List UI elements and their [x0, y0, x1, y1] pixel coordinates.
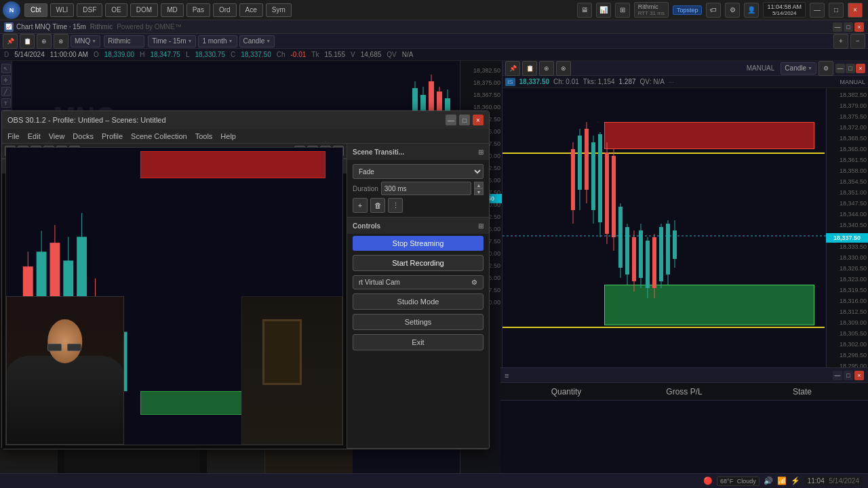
- lower-wm-close[interactable]: ×: [854, 371, 864, 380]
- sys-tray-icon-4[interactable]: ⚡: [791, 476, 800, 485]
- right-price-7: 18,358.00: [840, 168, 867, 174]
- transition-more[interactable]: ⋮: [388, 198, 403, 213]
- obs-right-panels: Scene Transiti... ⊞ Fade Duration ▲ ▼: [347, 144, 489, 449]
- lower-headers: Quantity Gross P/L State: [500, 383, 868, 401]
- taskbar-icon-settings[interactable]: ⚙: [725, 3, 740, 18]
- chart-info-low: 18,330.75: [195, 51, 225, 58]
- obs-wm-minimize[interactable]: —: [446, 115, 456, 125]
- obs-menu-docks[interactable]: Docks: [73, 132, 94, 140]
- scene-transitions-header: Scene Transiti... ⊞: [347, 144, 489, 160]
- right-price-16: 18,326.50: [840, 266, 867, 272]
- app-logo[interactable]: N: [3, 1, 20, 19]
- obs-titlebar[interactable]: OBS 30.1.2 - Profile: Untitled – Scenes:…: [2, 111, 489, 129]
- obs-menu-tools[interactable]: Tools: [195, 132, 213, 140]
- chart-wm-close[interactable]: ×: [854, 22, 864, 32]
- right-price-5: 18,365.00: [840, 146, 867, 152]
- taskbar-btn-pas[interactable]: Pas: [186, 3, 210, 17]
- chart-wm-minimize[interactable]: —: [833, 22, 842, 32]
- tool-cursor[interactable]: ↖: [1, 64, 11, 73]
- tool-crosshair[interactable]: ✛: [1, 75, 11, 85]
- right-price-22: 18,305.50: [840, 331, 867, 337]
- taskbar-icon-close[interactable]: ×: [848, 3, 863, 18]
- taskbar-btn-wli[interactable]: WLI: [50, 3, 75, 17]
- chart-info-date: 5/14/2024: [14, 51, 45, 58]
- taskbar-btn-ord[interactable]: Ord: [213, 3, 237, 17]
- chart-tb-icon4[interactable]: ⊗: [54, 34, 68, 49]
- right-wm-close[interactable]: ×: [856, 64, 865, 73]
- start-recording-btn[interactable]: Start Recording: [353, 255, 484, 271]
- scene-transitions-dock-icon[interactable]: ⊞: [478, 148, 484, 156]
- chart-zoom-out[interactable]: −: [850, 34, 865, 49]
- lower-wm-min[interactable]: —: [833, 371, 842, 380]
- right-infobar: IS 18,337.50 Ch: 0.01 Tks: 1,154 1.287 Q…: [502, 76, 868, 88]
- taskbar-icon-grid[interactable]: ⊞: [615, 3, 630, 18]
- taskbar-icon-tag[interactable]: 🏷: [706, 3, 721, 18]
- taskbar-btn-md[interactable]: MD: [161, 3, 184, 17]
- taskbar-btn-oe[interactable]: OE: [105, 3, 127, 17]
- chart-info-ticks: 15.155: [324, 51, 345, 58]
- obs-menu-profile[interactable]: Profile: [102, 132, 123, 140]
- obs-menu-file[interactable]: File: [7, 132, 20, 140]
- chart-tb-icon1[interactable]: 📌: [3, 34, 18, 49]
- transition-delete[interactable]: 🗑: [370, 198, 385, 213]
- taskbar-btn-sym[interactable]: Sym: [266, 3, 292, 17]
- duration-up[interactable]: ▲: [474, 182, 484, 188]
- sys-tray-icon-2[interactable]: 🔊: [764, 476, 773, 485]
- obs-menu-help[interactable]: Help: [220, 132, 236, 140]
- chart-tb-icon3[interactable]: ⊕: [37, 34, 52, 49]
- taskbar-icon-monitor[interactable]: 🖥: [577, 3, 592, 18]
- duration-down[interactable]: ▼: [474, 188, 484, 195]
- instrument-selector[interactable]: MNQ: [71, 35, 100, 47]
- obs-wm-maximize[interactable]: □: [459, 115, 470, 125]
- tool-text[interactable]: T: [1, 98, 11, 108]
- right-tb-icon1[interactable]: 📌: [505, 61, 520, 76]
- chart-wm-maximize[interactable]: □: [844, 22, 853, 32]
- chart-tb-icon2[interactable]: 📋: [20, 34, 35, 49]
- controls-dock-icon[interactable]: ⊞: [478, 222, 484, 230]
- period-selector[interactable]: 1 month: [198, 35, 237, 47]
- taskbar-icon-person[interactable]: 👤: [744, 3, 759, 18]
- taskbar-icon-maximize[interactable]: □: [829, 3, 844, 18]
- timeframe-selector[interactable]: Time - 15m: [148, 35, 196, 47]
- right-wm-max[interactable]: □: [846, 64, 855, 73]
- taskbar-btn-ace[interactable]: Ace: [239, 3, 263, 17]
- right-tb-icon4[interactable]: ⊗: [556, 61, 571, 76]
- exit-btn[interactable]: Exit: [353, 334, 484, 350]
- taskbar-btn-dsf[interactable]: DSF: [77, 3, 102, 17]
- temperature-badge: 68°F Cloudy: [717, 476, 760, 486]
- settings-btn[interactable]: Settings: [353, 314, 484, 330]
- duration-row: Duration ▲ ▼: [353, 182, 484, 195]
- right-tb-settings[interactable]: ⚙: [818, 61, 833, 76]
- tool-line[interactable]: ╱: [1, 87, 11, 96]
- price-level-3: 18,360.00: [473, 104, 500, 110]
- obs-menu-view[interactable]: View: [49, 132, 65, 140]
- right-tb-icon3[interactable]: ⊕: [539, 61, 554, 76]
- lower-content: Quantity Gross P/L State: [500, 383, 868, 488]
- chart-zoom-in[interactable]: +: [833, 34, 848, 49]
- taskbar-icon-minimize[interactable]: —: [810, 3, 825, 18]
- studio-mode-btn[interactable]: Studio Mode: [353, 293, 484, 310]
- obs-menu-scene-collection[interactable]: Scene Collection: [131, 132, 187, 140]
- obs-window-controls: — □ ×: [446, 115, 484, 125]
- sys-tray-icon-3[interactable]: 📶: [777, 476, 787, 485]
- duration-input[interactable]: [381, 182, 471, 195]
- transition-add[interactable]: +: [353, 198, 368, 213]
- chart-info-close: 18,337.50: [241, 51, 271, 58]
- stop-streaming-btn[interactable]: Stop Streaming: [353, 236, 484, 251]
- right-chart-type[interactable]: Candle: [781, 62, 816, 75]
- taskbar-btn-cbt[interactable]: Cbt: [24, 3, 47, 17]
- chart-type-selector[interactable]: Candle: [239, 35, 275, 47]
- obs-menu-edit[interactable]: Edit: [28, 132, 41, 140]
- transition-select[interactable]: Fade: [353, 164, 484, 179]
- taskbar-btn-dom[interactable]: DOM: [130, 3, 158, 17]
- obs-wm-close[interactable]: ×: [473, 115, 484, 125]
- taskbar-icon-chart2[interactable]: 📊: [596, 3, 611, 18]
- virtual-cam-settings-icon[interactable]: ⚙: [471, 279, 477, 286]
- pnl-col-header: Gross P/L: [625, 387, 743, 396]
- lower-wm-max[interactable]: □: [844, 371, 853, 380]
- duration-spinners: ▲ ▼: [474, 182, 484, 195]
- svg-rect-24: [612, 156, 616, 237]
- sys-tray: 🔴 68°F Cloudy 🔊 📶 ⚡ 11:04 5/14/2024: [703, 476, 863, 486]
- right-wm-min[interactable]: —: [835, 64, 845, 73]
- right-tb-icon2[interactable]: 📋: [522, 61, 537, 76]
